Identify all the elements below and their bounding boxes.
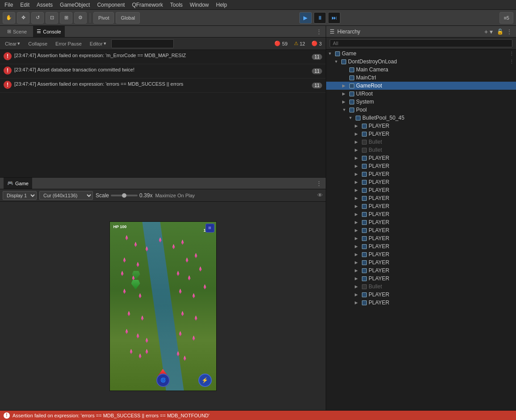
hierarchy-search-input[interactable] <box>330 39 512 47</box>
hier-arrow-bullet-0: ▶ <box>355 140 361 144</box>
global-button[interactable]: Global <box>116 12 140 24</box>
hier-item-player-8[interactable]: ▶ PLAYER <box>326 202 516 210</box>
tool-rect[interactable]: ⊞ <box>60 12 72 24</box>
hier-item-bulletpool[interactable]: ▼ BulletPool_50_45 <box>326 114 516 122</box>
layers-button[interactable]: ≡5 <box>499 12 513 24</box>
game-panel-menu[interactable]: ⋮ <box>316 180 322 187</box>
hier-item-pool[interactable]: ▼ Pool <box>326 106 516 114</box>
menu-edit[interactable]: Edit <box>17 1 32 9</box>
visibility-button[interactable]: 👁 <box>317 192 323 199</box>
tool-move[interactable]: ✥ <box>17 12 29 24</box>
hier-cube-game <box>334 50 340 57</box>
tool-custom[interactable]: ⚙ <box>74 12 87 24</box>
hier-item-game[interactable]: ▼ Game ⋮ <box>326 50 516 58</box>
menu-gameobject[interactable]: GameObject <box>57 1 92 9</box>
hier-item-player-9[interactable]: ▶ PLAYER <box>326 210 516 218</box>
console-panel-header: ⊞ Scene ☰ Console ⋮ <box>0 26 326 37</box>
hier-cube-player-0 <box>361 123 367 129</box>
scale-label: Scale <box>96 192 109 199</box>
menu-qframework[interactable]: QFramework <box>129 1 165 9</box>
hier-item-bullet-1[interactable]: ▶ Bullet <box>326 146 516 154</box>
menu-help[interactable]: Help <box>214 1 230 9</box>
tool-rotate[interactable]: ↺ <box>31 12 44 24</box>
hier-item-mainctrl[interactable]: MainCtrl <box>326 74 516 82</box>
hier-label-bullet-0: Bullet <box>369 139 382 145</box>
hier-item-player-16[interactable]: ▶ PLAYER <box>326 266 516 274</box>
hier-game-menu[interactable]: ⋮ <box>508 51 516 57</box>
step-button[interactable]: ⏭ <box>328 12 340 24</box>
hier-item-player-4[interactable]: ▶ PLAYER <box>326 170 516 178</box>
collapse-button[interactable]: Collapse <box>25 39 50 48</box>
bottom-icon-2: 🌀 <box>156 374 170 387</box>
tool-hand[interactable]: ✋ <box>3 12 15 24</box>
game-content: HP 100 1000 ⚡ 🌀 ⊞ <box>0 202 326 410</box>
console-panel-menu[interactable]: ⋮ <box>316 28 322 35</box>
hier-cube-bulletpool <box>355 115 361 121</box>
hier-item-player-14[interactable]: ▶ PLAYER <box>326 250 516 258</box>
hier-item-player-15[interactable]: ▶ PLAYER <box>326 258 516 266</box>
console-row-2[interactable]: ! [23:47:47] Assertion failed on express… <box>0 79 326 93</box>
editor-button[interactable]: Editor ▾ <box>87 39 109 48</box>
pivot-button[interactable]: Pivot <box>93 12 114 24</box>
tab-console[interactable]: ☰ Console <box>33 26 64 37</box>
hierarchy-menu-button[interactable]: ⋮ <box>506 28 512 35</box>
console-row-1[interactable]: ! [23:47:47] Asset database transaction … <box>0 64 326 79</box>
scene-tab-label: Scene <box>13 29 27 34</box>
hierarchy-content: ▼ Game ⋮ ▼ DontDestroyOnLoad ⋮ Main Came… <box>326 50 516 410</box>
hier-arrow-pool: ▼ <box>342 108 348 112</box>
tool-scale[interactable]: ⊡ <box>46 12 58 24</box>
hier-item-player-10[interactable]: ▶ PLAYER <box>326 218 516 226</box>
right-panel: ☰ Hierarchy + ▾ 🔓 ⋮ ▼ Game ⋮ ▼ DontDestr… <box>326 26 516 410</box>
menu-window[interactable]: Window <box>187 1 212 9</box>
resolution-select[interactable]: Cur (640x1136) <box>39 191 93 200</box>
scale-area: Scale 0.39x <box>96 192 152 199</box>
menu-assets[interactable]: Assets <box>34 1 55 9</box>
hier-item-bullet-2[interactable]: ▶ Bullet <box>326 283 516 291</box>
hier-arrow-bulletpool: ▼ <box>348 116 355 120</box>
menu-component[interactable]: Component <box>94 1 127 9</box>
hier-cube-gameroot <box>348 83 355 89</box>
hierarchy-lock-button[interactable]: 🔓 <box>497 29 503 35</box>
tab-scene[interactable]: ⊞ Scene <box>4 26 30 37</box>
scale-slider[interactable] <box>111 195 138 196</box>
hier-item-player-18[interactable]: ▶ PLAYER <box>326 291 516 299</box>
maximize-on-play-button[interactable]: Maximize On Play <box>155 193 195 198</box>
hier-item-player-5[interactable]: ▶ PLAYER <box>326 178 516 186</box>
console-row-0[interactable]: ! [23:47:47] Assertion failed on express… <box>0 50 326 64</box>
menu-tools[interactable]: Tools <box>168 1 185 9</box>
hier-item-player-12[interactable]: ▶ PLAYER <box>326 234 516 242</box>
hier-item-player-17[interactable]: ▶ PLAYER <box>326 274 516 283</box>
error-count-badge[interactable]: 🔴 59 <box>272 41 289 46</box>
tab-game[interactable]: 🎮 Game <box>4 178 32 189</box>
pause-button[interactable]: ⏸ <box>314 12 326 24</box>
play-button[interactable]: ▶ <box>299 12 312 24</box>
display-select[interactable]: Display 1 <box>3 191 37 200</box>
hier-item-dontdestroy[interactable]: ▼ DontDestroyOnLoad ⋮ <box>326 58 516 66</box>
hier-item-uiroot[interactable]: ▶ UIRoot <box>326 90 516 98</box>
error-pause-button[interactable]: Error Pause <box>52 39 85 48</box>
hier-item-player-3[interactable]: ▶ PLAYER <box>326 162 516 170</box>
hier-item-player-7[interactable]: ▶ PLAYER <box>326 194 516 202</box>
warn-count-badge[interactable]: ⚠ 12 <box>292 41 307 46</box>
console-count-1: 11 <box>312 68 322 74</box>
hier-arrow-system: ▶ <box>342 100 348 104</box>
hier-label-bulletpool: BulletPool_50_45 <box>362 115 404 121</box>
hier-item-bullet-0[interactable]: ▶ Bullet <box>326 138 516 146</box>
console-search-input[interactable] <box>111 39 174 48</box>
hier-item-system[interactable]: ▶ System <box>326 98 516 106</box>
hier-item-player-1[interactable]: ▶ PLAYER <box>326 130 516 138</box>
hier-label-game: Game <box>342 50 357 57</box>
hier-item-gameroot[interactable]: ▶ GameRoot <box>326 82 516 90</box>
hier-item-player-0[interactable]: ▶ PLAYER <box>326 122 516 130</box>
info-count-badge[interactable]: 🔴 3 <box>309 41 324 46</box>
hier-item-player-11[interactable]: ▶ PLAYER <box>326 226 516 234</box>
hierarchy-add-button[interactable]: + ▾ <box>483 28 494 35</box>
hier-item-player-13[interactable]: ▶ PLAYER <box>326 242 516 250</box>
hier-item-player-19[interactable]: ▶ PLAYER <box>326 299 516 307</box>
hier-item-player-2[interactable]: ▶ PLAYER <box>326 154 516 162</box>
hier-item-player-6[interactable]: ▶ PLAYER <box>326 186 516 194</box>
clear-button[interactable]: Clear ▾ <box>2 39 23 48</box>
hier-item-maincamera[interactable]: Main Camera <box>326 66 516 74</box>
menu-file[interactable]: File <box>2 1 16 9</box>
hier-dontdestroy-menu[interactable]: ⋮ <box>508 59 516 65</box>
